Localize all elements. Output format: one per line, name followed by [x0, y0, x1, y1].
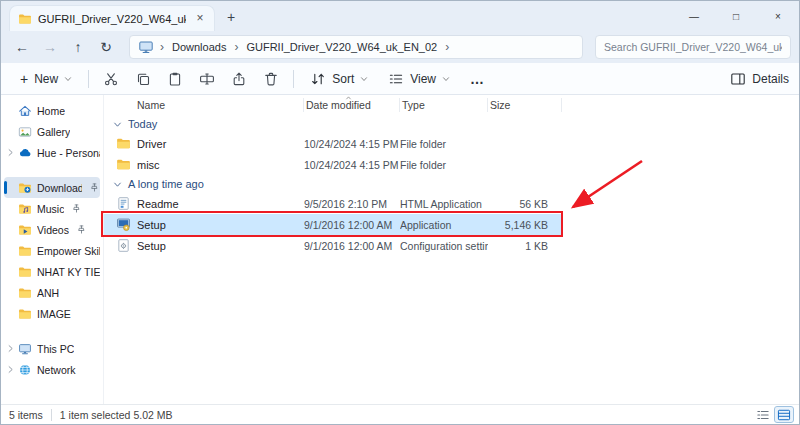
sidebar-item-music[interactable]: Music	[4, 198, 100, 219]
copy-icon	[135, 71, 151, 87]
file-row-misc[interactable]: misc 10/24/2024 4:15 PM File folder	[104, 154, 562, 175]
sidebar-item-empower-skilled[interactable]: Empower Skilled	[4, 240, 100, 261]
sidebar-separator	[1, 163, 103, 177]
folder-icon	[18, 265, 32, 279]
forward-button[interactable]: →	[37, 34, 63, 60]
back-button[interactable]: ←	[9, 34, 35, 60]
sidebar-item-label: IMAGE	[37, 308, 71, 320]
refresh-button[interactable]: ↻	[93, 34, 119, 60]
column-label: Date modified	[306, 99, 371, 111]
file-type: File folder	[400, 138, 488, 150]
sort-icon	[310, 71, 326, 87]
tab-close-button[interactable]: ×	[192, 11, 208, 27]
paste-button[interactable]	[160, 66, 190, 92]
view-button[interactable]: View	[379, 66, 459, 92]
group-header-a-long-time-ago[interactable]: A long time ago	[104, 175, 799, 193]
list-view-icon	[756, 409, 770, 421]
view-icon	[388, 71, 404, 87]
file-name: misc	[137, 159, 160, 171]
close-button[interactable]: ×	[757, 1, 799, 31]
file-name: Setup	[137, 240, 166, 252]
sidebar-item-label: NHAT KY TIEN BAY	[37, 266, 100, 278]
chevron-right-icon[interactable]	[6, 148, 15, 157]
sidebar-item-label: This PC	[37, 343, 74, 355]
folder-icon	[18, 307, 32, 321]
group-label: Today	[128, 118, 157, 130]
file-date: 9/1/2016 12:00 AM	[304, 219, 400, 231]
rename-button[interactable]	[192, 66, 222, 92]
sidebar-item-gallery[interactable]: Gallery	[4, 121, 100, 142]
file-date: 10/24/2024 4:15 PM	[304, 138, 400, 150]
videos-folder-icon	[18, 223, 32, 237]
file-row-driver[interactable]: Driver 10/24/2024 4:15 PM File folder	[104, 133, 562, 154]
sidebar-item-label: Music	[37, 203, 64, 215]
status-divider	[51, 409, 52, 421]
address-bar[interactable]: › Downloads › GUFRII_Driver_V220_W64_uk_…	[129, 35, 583, 59]
sidebar-item-downloads[interactable]: Downloads	[4, 177, 100, 198]
column-header-size[interactable]: Size	[488, 95, 562, 115]
minimize-button[interactable]: —	[673, 1, 715, 31]
maximize-button[interactable]: □	[715, 1, 757, 31]
status-bar: 5 items 1 item selected 5.02 MB	[1, 404, 799, 424]
chevron-right-icon[interactable]	[6, 344, 15, 353]
explorer-tab[interactable]: GUFRII_Driver_V220_W64_uk_I ×	[9, 5, 215, 31]
sort-button[interactable]: Sort	[301, 66, 377, 92]
column-header-name[interactable]: Name	[104, 95, 304, 115]
breadcrumb-chevron-icon: ›	[160, 41, 164, 53]
group-header-today[interactable]: Today	[104, 115, 799, 133]
new-tab-button[interactable]: +	[219, 6, 243, 30]
chevron-down-icon	[64, 75, 72, 83]
sidebar-item-label: Videos	[37, 224, 69, 236]
settings-file-icon	[116, 238, 131, 253]
details-pane-button[interactable]: Details	[730, 71, 789, 87]
sidebar-item-videos[interactable]: Videos	[4, 219, 100, 240]
file-date: 10/24/2024 4:15 PM	[304, 159, 400, 171]
file-row-setup-application[interactable]: Setup 9/1/2016 12:00 AM Application 5,14…	[104, 214, 562, 235]
chevron-right-icon[interactable]	[6, 365, 15, 374]
breadcrumb-downloads[interactable]: Downloads	[170, 40, 228, 54]
gallery-icon	[18, 125, 32, 139]
search-input[interactable]	[596, 36, 790, 58]
file-row-readme[interactable]: Readme 9/5/2016 2:10 PM HTML Application…	[104, 193, 562, 214]
sidebar-item-network[interactable]: Network	[4, 359, 100, 380]
sidebar-item-label: Downloads	[37, 182, 82, 194]
new-button[interactable]: + New	[11, 66, 81, 92]
sidebar-item-label: Home	[37, 105, 65, 117]
breadcrumb-chevron-icon: ›	[234, 41, 238, 53]
copy-button[interactable]	[128, 66, 158, 92]
column-label: Name	[137, 99, 165, 111]
sidebar-item-anh[interactable]: ANH	[4, 282, 100, 303]
sidebar-item-this-pc[interactable]: This PC	[4, 338, 100, 359]
column-header-type[interactable]: Type	[400, 95, 488, 115]
onedrive-cloud-icon	[18, 146, 32, 160]
share-button[interactable]	[224, 66, 254, 92]
column-header-date-modified[interactable]: Date modified	[304, 95, 400, 115]
up-button[interactable]: ↑	[65, 34, 91, 60]
sidebar-item-home[interactable]: Home	[4, 100, 100, 121]
sidebar-item-image[interactable]: IMAGE	[4, 303, 100, 324]
folder-tab-icon	[18, 12, 32, 26]
plus-icon: +	[20, 72, 28, 86]
cut-button[interactable]	[96, 66, 126, 92]
details-pane-label: Details	[752, 72, 789, 86]
file-name: Driver	[137, 138, 166, 150]
details-view-toggle[interactable]	[775, 407, 793, 422]
list-view-toggle[interactable]	[754, 407, 772, 422]
sidebar-item-label: ANH	[37, 287, 59, 299]
file-name: Readme	[137, 198, 179, 210]
computer-icon	[138, 39, 154, 55]
main-area: Home Gallery Hue - Personal Downloads Mu…	[1, 95, 799, 404]
sidebar-item-label: Hue - Personal	[37, 147, 100, 159]
more-options-button[interactable]: …	[461, 66, 494, 92]
sidebar-item-nhat-ky-tien-bay[interactable]: NHAT KY TIEN BAY	[4, 261, 100, 282]
home-icon	[18, 104, 32, 118]
breadcrumb-current-folder[interactable]: GUFRII_Driver_V220_W64_uk_EN_02	[244, 40, 439, 54]
file-row-setup-config[interactable]: Setup 9/1/2016 12:00 AM Configuration se…	[104, 235, 562, 256]
delete-button[interactable]	[256, 66, 286, 92]
sidebar-item-onedrive[interactable]: Hue - Personal	[4, 142, 100, 163]
column-headers: Name Date modified Type Size	[104, 95, 562, 115]
command-toolbar: + New Sort View … Details	[1, 63, 799, 95]
application-icon	[116, 217, 131, 232]
music-folder-icon	[18, 202, 32, 216]
column-label: Size	[490, 99, 510, 111]
